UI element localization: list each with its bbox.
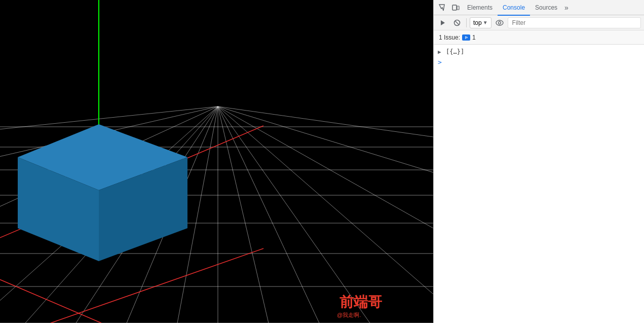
stop-icon[interactable]	[451, 17, 463, 28]
tab-elements[interactable]: Elements	[462, 1, 498, 16]
filter-input[interactable]	[508, 17, 641, 28]
tab-console[interactable]: Console	[498, 1, 530, 16]
eye-icon[interactable]	[494, 17, 506, 28]
expand-arrow-icon[interactable]: ▶	[438, 49, 444, 55]
watermark-sub: @我走啊.	[337, 312, 361, 318]
issues-bar: 1 Issue: 🏳 1	[434, 30, 644, 45]
svg-rect-32	[452, 5, 457, 10]
svg-point-38	[498, 21, 501, 24]
canvas-area: 前端哥 @我走啊.	[0, 0, 433, 323]
prompt-icon[interactable]: >	[438, 58, 442, 66]
devtools-panel: Elements Console Sources » top ▼	[433, 0, 644, 323]
issue-icon: 🏳	[462, 34, 470, 41]
svg-text:🏳: 🏳	[465, 36, 468, 40]
console-entry-prompt[interactable]: >	[434, 57, 644, 67]
tab-sources[interactable]: Sources	[530, 1, 562, 16]
scene-svg: 前端哥 @我走啊.	[0, 0, 433, 323]
svg-marker-34	[441, 20, 445, 25]
watermark-text: 前端哥	[339, 294, 383, 310]
console-entry-object[interactable]: ▶ [{…}]	[434, 47, 644, 57]
svg-point-37	[496, 20, 503, 25]
more-tabs-icon[interactable]: »	[562, 4, 571, 12]
devtools-tabs: Elements Console Sources »	[434, 0, 644, 15]
console-output: ▶ [{…}] >	[434, 45, 644, 323]
context-selector[interactable]: top ▼	[470, 17, 491, 28]
device-mode-icon[interactable]	[449, 2, 462, 13]
inspect-element-icon[interactable]	[436, 2, 449, 13]
svg-rect-33	[457, 6, 459, 10]
console-toolbar: top ▼	[434, 15, 644, 30]
execute-button[interactable]	[437, 17, 449, 28]
svg-line-36	[455, 21, 459, 25]
